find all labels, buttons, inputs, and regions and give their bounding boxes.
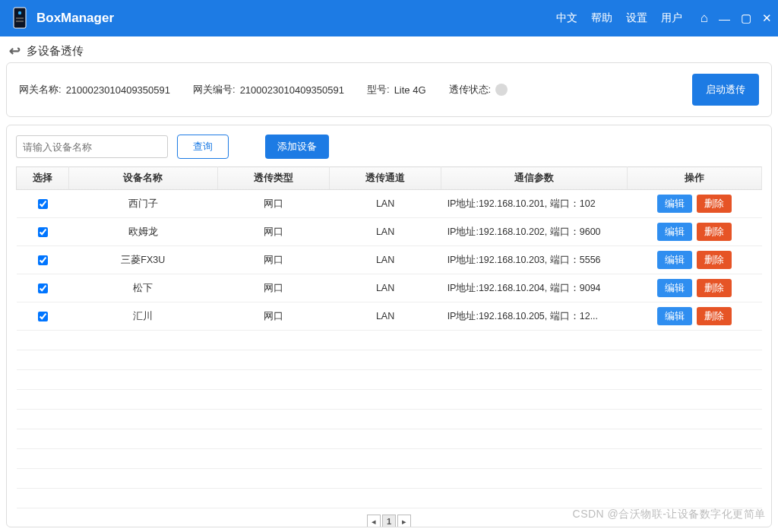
add-device-button[interactable]: 添加设备: [265, 135, 329, 159]
col-select: 选择: [17, 167, 69, 190]
delete-button[interactable]: 删除: [697, 307, 732, 325]
main-menu: 中文 帮助 设置 用户: [556, 11, 682, 25]
col-channel: 透传通道: [329, 167, 441, 190]
table-row-empty: [17, 410, 762, 429]
page-prev-button[interactable]: ◂: [367, 515, 381, 527]
menu-user[interactable]: 用户: [661, 11, 682, 25]
edit-button[interactable]: 编辑: [657, 223, 692, 241]
cell-name: 汇川: [68, 302, 217, 331]
cell-channel: LAN: [329, 246, 441, 274]
cell-channel: LAN: [329, 190, 441, 218]
row-select-checkbox[interactable]: [38, 312, 48, 321]
search-input[interactable]: [16, 135, 168, 158]
cell-channel: LAN: [329, 274, 441, 302]
gateway-name-label: 网关名称:: [19, 83, 62, 97]
cell-type: 网口: [217, 302, 329, 331]
table-row-empty: [17, 429, 762, 449]
gateway-model-label: 型号:: [367, 83, 390, 97]
minimize-icon[interactable]: —: [719, 12, 730, 25]
cell-name: 欧姆龙: [68, 218, 217, 246]
query-button[interactable]: 查询: [177, 135, 229, 159]
edit-button[interactable]: 编辑: [657, 195, 692, 213]
start-transparent-button[interactable]: 启动透传: [692, 74, 759, 106]
content-panel: 查询 添加设备 选择 设备名称 透传类型 透传通道 通信参数 操作 西门子网口L…: [6, 125, 772, 527]
svg-point-1: [18, 11, 21, 14]
table-row-empty: [17, 469, 762, 489]
back-icon[interactable]: ↩: [9, 43, 21, 59]
device-table: 选择 设备名称 透传类型 透传通道 通信参数 操作 西门子网口LANIP地址:1…: [16, 166, 762, 508]
gateway-serial-label: 网关编号:: [193, 83, 236, 97]
cell-name: 松下: [68, 274, 217, 302]
gateway-model-value: Lite 4G: [394, 84, 426, 96]
cell-type: 网口: [217, 274, 329, 302]
toolbar: 查询 添加设备: [16, 135, 762, 159]
gateway-name-value: 2100023010409350591: [66, 84, 170, 96]
table-row: 三菱FX3U网口LANIP地址:192.168.10.203, 端口：5556编…: [17, 246, 762, 274]
menu-settings[interactable]: 设置: [626, 11, 647, 25]
edit-button[interactable]: 编辑: [657, 307, 692, 325]
table-row-empty: [17, 350, 762, 370]
cell-params: IP地址:192.168.10.204, 端口：9094: [441, 274, 628, 302]
table-row-empty: [17, 331, 762, 350]
delete-button[interactable]: 删除: [697, 223, 732, 241]
gateway-serial-value: 2100023010409350591: [240, 84, 344, 96]
titlebar: BoxManager 中文 帮助 设置 用户 ⌂ — ▢ ✕: [0, 0, 778, 36]
cell-type: 网口: [217, 218, 329, 246]
table-row-empty: [17, 390, 762, 410]
pagination: ◂ 1 ▸ 1/1: [16, 508, 762, 527]
table-row: 欧姆龙网口LANIP地址:192.168.10.202, 端口：9600编辑删除: [17, 218, 762, 246]
cell-params: IP地址:192.168.10.203, 端口：5556: [441, 246, 628, 274]
svg-rect-2: [16, 17, 24, 19]
row-select-checkbox[interactable]: [38, 255, 48, 265]
cell-channel: LAN: [329, 302, 441, 331]
menu-lang[interactable]: 中文: [556, 11, 577, 25]
delete-button[interactable]: 删除: [697, 279, 732, 297]
gateway-panel: 网关名称: 2100023010409350591 网关编号: 21000230…: [6, 62, 772, 117]
page-next-button[interactable]: ▸: [397, 515, 411, 527]
page-header: ↩ 多设备透传: [6, 41, 772, 62]
table-row-empty: [17, 449, 762, 469]
cell-type: 网口: [217, 190, 329, 218]
status-dot-icon: [495, 84, 508, 96]
cell-name: 西门子: [68, 190, 217, 218]
cell-params: IP地址:192.168.10.201, 端口：102: [441, 190, 628, 218]
col-params: 通信参数: [441, 167, 628, 190]
menu-help[interactable]: 帮助: [591, 11, 612, 25]
home-icon[interactable]: ⌂: [701, 11, 708, 26]
delete-button[interactable]: 删除: [697, 195, 732, 213]
table-row: 西门子网口LANIP地址:192.168.10.201, 端口：102编辑删除: [17, 190, 762, 218]
window-controls: ⌂ — ▢ ✕: [701, 11, 772, 26]
row-select-checkbox[interactable]: [38, 227, 48, 237]
app-name: BoxManager: [36, 11, 556, 26]
gateway-status-label: 透传状态:: [449, 83, 492, 97]
page-title: 多设备透传: [27, 44, 84, 59]
row-select-checkbox[interactable]: [38, 283, 48, 293]
table-row-empty: [17, 489, 762, 508]
delete-button[interactable]: 删除: [697, 251, 732, 269]
table-row: 汇川网口LANIP地址:192.168.10.205, 端口：12...编辑删除: [17, 302, 762, 331]
col-actions: 操作: [628, 167, 762, 190]
page-number-button[interactable]: 1: [382, 515, 396, 527]
cell-name: 三菱FX3U: [68, 246, 217, 274]
cell-channel: LAN: [329, 218, 441, 246]
cell-type: 网口: [217, 246, 329, 274]
svg-rect-3: [16, 21, 24, 22]
col-type: 透传类型: [217, 167, 329, 190]
edit-button[interactable]: 编辑: [657, 251, 692, 269]
col-name: 设备名称: [68, 167, 217, 190]
table-row: 松下网口LANIP地址:192.168.10.204, 端口：9094编辑删除: [17, 274, 762, 302]
cell-params: IP地址:192.168.10.205, 端口：12...: [441, 302, 628, 331]
close-icon[interactable]: ✕: [762, 11, 772, 25]
table-row-empty: [17, 370, 762, 390]
app-logo: [9, 6, 30, 30]
maximize-icon[interactable]: ▢: [741, 11, 751, 25]
edit-button[interactable]: 编辑: [657, 279, 692, 297]
row-select-checkbox[interactable]: [38, 199, 48, 209]
cell-params: IP地址:192.168.10.202, 端口：9600: [441, 218, 628, 246]
